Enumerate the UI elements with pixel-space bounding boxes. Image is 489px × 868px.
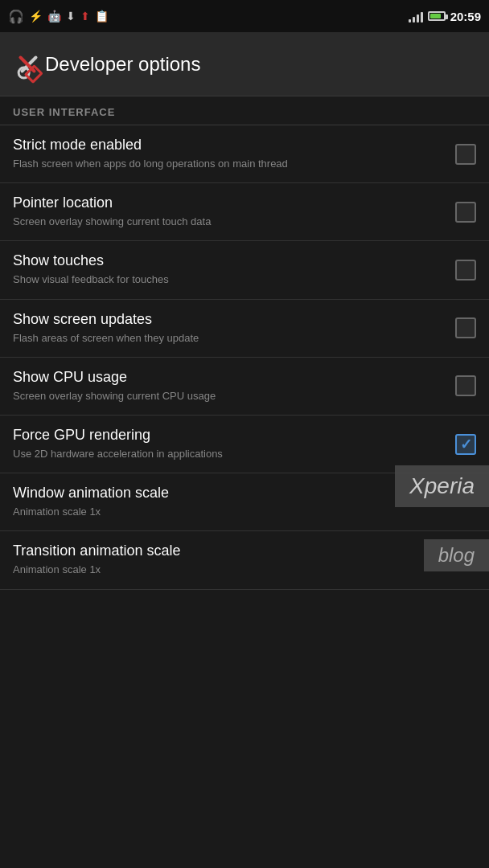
force-gpu-rendering-desc: Use 2D hardware acceleration in applicat… — [13, 447, 446, 461]
strict-mode-item[interactable]: Strict mode enabled Flash screen when ap… — [0, 125, 489, 183]
blog-watermark: blog — [424, 539, 489, 571]
show-cpu-usage-text: Show CPU usage Screen overlay showing cu… — [13, 369, 446, 403]
section-header-ui: USER INTERFACE — [0, 96, 489, 125]
usb-icon: ⚡ — [29, 10, 43, 23]
pointer-location-desc: Screen overlay showing current touch dat… — [13, 215, 446, 229]
show-cpu-usage-item[interactable]: Show CPU usage Screen overlay showing cu… — [0, 358, 489, 416]
show-touches-title: Show touches — [13, 252, 446, 269]
transition-animation-scale-text: Transition animation scale Animation sca… — [13, 542, 476, 577]
force-gpu-rendering-text: Force GPU rendering Use 2D hardware acce… — [13, 427, 446, 461]
show-touches-desc: Show visual feedback for touches — [13, 272, 446, 287]
strict-mode-checkbox[interactable] — [455, 144, 476, 165]
show-screen-updates-title: Show screen updates — [13, 311, 446, 328]
transition-animation-scale-title: Transition animation scale — [13, 542, 476, 559]
show-screen-updates-checkbox[interactable] — [455, 317, 476, 338]
status-icons-left: 🎧 ⚡ 🤖 ⬇ ⬆ 📋 — [8, 9, 109, 24]
page-header: Developer options — [0, 32, 489, 96]
status-time: 20:59 — [450, 10, 481, 23]
show-touches-item[interactable]: Show touches Show visual feedback for to… — [0, 241, 489, 299]
force-gpu-rendering-checkbox[interactable]: ✓ — [455, 434, 476, 455]
pointer-location-checkbox[interactable] — [455, 202, 476, 223]
headphones-icon: 🎧 — [8, 9, 24, 24]
show-screen-updates-item[interactable]: Show screen updates Flash areas of scree… — [0, 300, 489, 358]
battery-icon — [428, 11, 446, 21]
screenshot-icon: 📋 — [95, 10, 109, 23]
page-title: Developer options — [45, 53, 200, 76]
strict-mode-title: Strict mode enabled — [13, 137, 446, 154]
download-icon: ⬇ — [66, 10, 76, 23]
pointer-location-title: Pointer location — [13, 194, 446, 211]
pointer-location-item[interactable]: Pointer location Screen overlay showing … — [0, 183, 489, 241]
show-screen-updates-text: Show screen updates Flash areas of scree… — [13, 311, 446, 346]
status-bar: 🎧 ⚡ 🤖 ⬇ ⬆ 📋 20:59 — [0, 0, 489, 32]
upload-icon: ⬆ — [80, 10, 90, 23]
status-icons-right: 20:59 — [409, 10, 481, 23]
show-screen-updates-desc: Flash areas of screen when they update — [13, 331, 446, 346]
checkmark-icon: ✓ — [460, 436, 472, 453]
show-cpu-usage-desc: Screen overlay showing current CPU usage — [13, 389, 446, 403]
blog-text: blog — [438, 544, 475, 567]
developer-options-icon — [13, 48, 45, 80]
strict-mode-desc: Flash screen when apps do long operation… — [13, 157, 446, 171]
window-animation-scale-item[interactable]: Window animation scale Animation scale 1… — [0, 473, 489, 531]
settings-content: USER INTERFACE Strict mode enabled Flash… — [0, 96, 489, 868]
signal-strength-icon — [409, 10, 423, 23]
transition-animation-scale-desc: Animation scale 1x — [13, 563, 476, 577]
show-touches-checkbox[interactable] — [455, 260, 476, 280]
show-cpu-usage-title: Show CPU usage — [13, 369, 446, 386]
xperia-brand-text: Xperia — [409, 473, 475, 499]
show-touches-text: Show touches Show visual feedback for to… — [13, 252, 446, 287]
android-icon: 🤖 — [47, 10, 61, 23]
show-cpu-usage-checkbox[interactable] — [455, 375, 476, 396]
pointer-location-text: Pointer location Screen overlay showing … — [13, 194, 446, 229]
strict-mode-text: Strict mode enabled Flash screen when ap… — [13, 137, 446, 171]
xperia-watermark: Xperia — [395, 465, 489, 507]
transition-animation-scale-item[interactable]: Transition animation scale Animation sca… — [0, 531, 489, 589]
force-gpu-rendering-title: Force GPU rendering — [13, 427, 446, 444]
